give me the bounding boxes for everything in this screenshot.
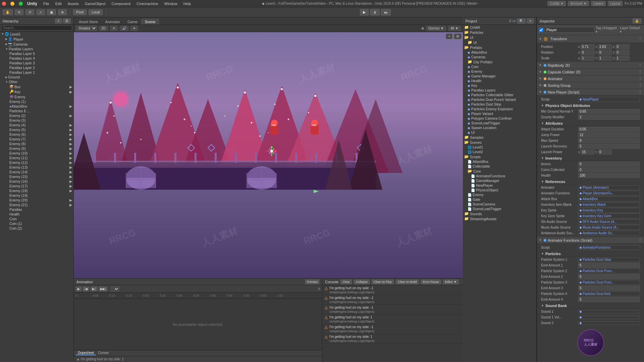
proj-scene-camera-script[interactable]: 📄SceneCamera: [463, 202, 536, 206]
hier-item-enemy21[interactable]: Enemy (21) ▶: [0, 202, 73, 207]
console-msg-3[interactable]: ⚠ I'm getting hurt on my side: -1 UnityE…: [322, 305, 463, 314]
anim-preview-btn[interactable]: Preview: [305, 280, 319, 284]
proj-key[interactable]: ◆Key: [463, 83, 536, 88]
pause-button[interactable]: ⏸: [370, 9, 380, 15]
hier-item-enemy3[interactable]: Enemy (3): [0, 118, 73, 123]
scene-add-btn[interactable]: +: [446, 34, 452, 39]
hier-item-enemy20[interactable]: Enemy (20) ▶: [0, 198, 73, 202]
script-ref-field[interactable]: NewPlayer: [578, 97, 640, 102]
hier-item-attackbox[interactable]: ● AttackBox ▶: [0, 104, 73, 109]
ps4-val[interactable]: Particles Dust Kick: [578, 291, 640, 296]
proj-cameras[interactable]: ◆Cameras: [463, 55, 536, 59]
transform-comp-header[interactable]: ▼ ⊞ Transform ⋮: [537, 35, 644, 43]
proj-sounds[interactable]: 📁Sounds: [463, 211, 536, 216]
hier-item-enemy5[interactable]: Enemy (5) ▶: [0, 127, 73, 132]
all-layers-dropdown[interactable]: All ▼: [448, 26, 461, 31]
hier-item-parallax2[interactable]: Parallax Layer 2: [0, 65, 73, 70]
menu-edit[interactable]: Edit: [54, 2, 63, 6]
proj-polygon-camera[interactable]: ◆Polygon Camera Confiner: [463, 116, 536, 121]
health-val[interactable]: [578, 173, 640, 178]
hier-item-player[interactable]: ▶👤Player: [0, 37, 73, 42]
sort-menu[interactable]: ⋮: [638, 83, 642, 87]
inventory-blank-ref-val[interactable]: Inventory Blank: [578, 202, 640, 207]
hier-item-enemy16[interactable]: Enemy (16) ▶: [0, 179, 73, 184]
anim-last-frame[interactable]: ▶▶|: [99, 287, 107, 291]
launch-power-x[interactable]: [581, 149, 595, 155]
proj-coin[interactable]: ◆Coin: [463, 64, 536, 69]
proj-scene-load-trigger[interactable]: ◆SceneLoadTrigger: [463, 121, 536, 125]
hier-item-enemy4[interactable]: Enemy (4) ▶: [0, 123, 73, 127]
console-clear-btn[interactable]: Clear: [340, 280, 352, 284]
hier-item-key[interactable]: 🔑Key ▶: [0, 89, 73, 94]
position-z[interactable]: [615, 44, 630, 49]
shade-mode-select[interactable]: Shaded: [76, 25, 97, 31]
hier-item-coin[interactable]: Coin: [0, 217, 73, 221]
rotation-z[interactable]: [615, 50, 630, 55]
console-msg-1[interactable]: ⚠ I'm getting hurt on my side: -1 UnityE…: [322, 285, 463, 295]
proj-ui-sub[interactable]: 📁UI: [463, 40, 536, 45]
hier-item-enemy11[interactable]: Enemy (11) ▶: [0, 156, 73, 160]
rect-tool[interactable]: ▣: [47, 9, 56, 15]
sound2-val[interactable]: [578, 321, 640, 325]
min-btn[interactable]: [10, 2, 14, 6]
ps1-val[interactable]: Particles Dust Step: [578, 257, 640, 262]
proj-particles-dust-punch[interactable]: ◆Particles Dust Punch Variant: [463, 97, 536, 102]
hier-item-coin1[interactable]: Coin (1): [0, 221, 73, 226]
new-player-script-header[interactable]: ▼ New Player (Script) ⋮: [537, 89, 644, 96]
console-msg-5[interactable]: ⚠ I'm getting hurt on my side: -1 UnityE…: [322, 324, 463, 334]
lighting-button[interactable]: ☀: [110, 26, 118, 31]
key-sprite-ref-val[interactable]: Inventory Key: [578, 208, 640, 213]
account-button[interactable]: Account ▼: [568, 1, 589, 6]
max-btn[interactable]: [19, 2, 23, 6]
menu-help[interactable]: Help: [182, 2, 193, 6]
audio-button[interactable]: 🔊: [120, 26, 128, 31]
hier-item-other[interactable]: ▼Other: [0, 79, 73, 84]
hier-item-parallax-layers[interactable]: ▼Parallax Layers: [0, 47, 73, 51]
proj-scripts-attackbox[interactable]: 📄AttackBox: [463, 159, 536, 164]
project-add-btn[interactable]: +: [527, 18, 534, 23]
proj-particles[interactable]: 📂Particles: [463, 30, 536, 35]
proj-particles-coll[interactable]: ◆Particles Collectable Glitter: [463, 93, 536, 97]
pivot-button[interactable]: Pivot: [73, 9, 87, 15]
proj-scripts-core[interactable]: 📂Core: [463, 169, 536, 174]
anim-func-ref-val[interactable]: Player (AnimatorFu...: [578, 191, 640, 196]
layers-button[interactable]: Layers: [591, 1, 606, 6]
capsule-collider-header[interactable]: ▼ Capsule Collider 2D ⋮: [537, 69, 644, 75]
hier-item-parallax5[interactable]: Parallax Layer 5: [0, 51, 73, 56]
scene-view[interactable]: 人人素材 RRCG 人人素材 RRCG RRCG 人人素材 RRCG 人人素材 …: [74, 32, 463, 278]
proj-scene-load-script[interactable]: 📄SceneLoadTrigger: [463, 206, 536, 211]
cap-col-menu[interactable]: ⋮: [638, 70, 642, 74]
rotate-tool[interactable]: ↺: [25, 9, 34, 15]
rotation-y[interactable]: [598, 50, 612, 55]
console-msg-6[interactable]: ⚠ I'm getting hurt on my side: 1 UnityEn…: [322, 334, 463, 344]
hier-item-parallax1[interactable]: Parallax Layer 1: [0, 70, 73, 75]
hierarchy-search[interactable]: [1, 25, 72, 31]
inspector-lock-btn[interactable]: 🔒: [633, 18, 641, 23]
proj-game-manager[interactable]: ◆Game Manager: [463, 74, 536, 78]
hier-item-coin2[interactable]: Coin (2): [0, 226, 73, 231]
launch-recovery-val[interactable]: [578, 144, 640, 149]
gizmos-dropdown[interactable]: Gizmos ▼: [426, 26, 446, 31]
hier-item-enemy2[interactable]: Enemy (2) ▶: [0, 113, 73, 118]
nps-menu[interactable]: ⋮: [638, 90, 642, 94]
proj-anim-functions[interactable]: 📄AnimatorFunctions: [463, 174, 536, 178]
menu-gameobject[interactable]: GameObject: [84, 2, 107, 6]
animator-menu[interactable]: ⋮: [638, 76, 642, 81]
object-name-field[interactable]: [545, 27, 594, 33]
min-ground-val[interactable]: [578, 109, 640, 114]
hierarchy-add-btn[interactable]: +: [55, 18, 62, 23]
ambience-ref-val[interactable]: Ambience Audio So...: [578, 231, 640, 236]
hier-item-enemy12[interactable]: Enemy (12) ▶: [0, 160, 73, 165]
tab-asset-store[interactable]: Asset Store: [75, 19, 102, 24]
object-active-checkbox[interactable]: [539, 28, 543, 32]
proj-game-mgr-script[interactable]: 📄GameManager: [463, 178, 536, 183]
proj-attackbox[interactable]: ◆AttackBox: [463, 50, 536, 55]
close-btn[interactable]: [2, 2, 6, 6]
position-y[interactable]: [598, 44, 612, 49]
play-button[interactable]: ▶: [360, 9, 369, 15]
proj-parallax-layers[interactable]: ◆Parallax Layers: [463, 88, 536, 93]
afs-script-ref[interactable]: AnimatorFunctions: [578, 245, 640, 250]
proj-samples[interactable]: 📁Samples: [463, 135, 536, 140]
proj-enemy[interactable]: ◆Enemy: [463, 69, 536, 74]
max-speed-val[interactable]: [578, 138, 640, 143]
